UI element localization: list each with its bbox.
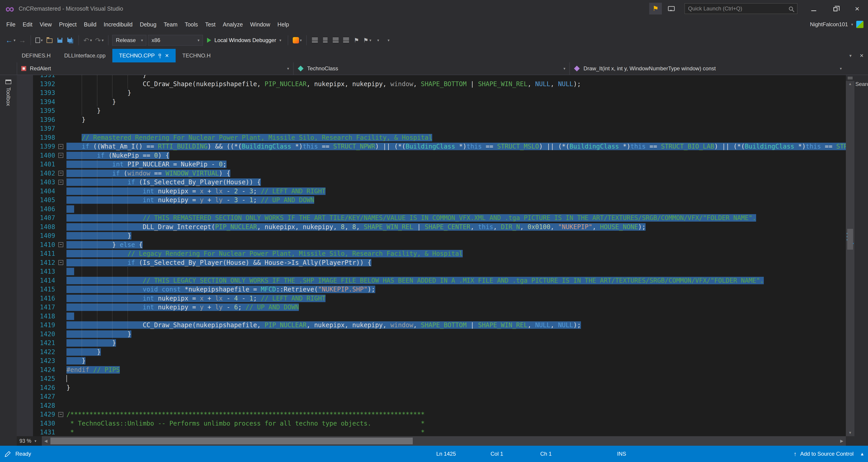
line-number[interactable]: 1419 [17,321,55,330]
line-number[interactable]: 1431 [17,428,55,436]
member-dropdown[interactable]: Draw_It(int x, int y, WindowNumberType w… [570,62,846,74]
line-number[interactable]: 1412 [17,258,55,267]
horizontal-scrollbar[interactable] [50,436,838,446]
decrease-indent-button[interactable] [331,34,340,46]
solution-platform-dropdown[interactable]: x86▾ [148,35,203,46]
line-number[interactable]: 1391 [17,75,55,80]
tab-list-dropdown[interactable]: ▾ [849,53,852,58]
code-line[interactable]: 1425 [17,374,846,383]
toggle-bookmark-button[interactable]: ⚑ [352,34,361,46]
minimize-button[interactable] [805,2,823,16]
line-number[interactable]: 1402 [17,169,55,178]
menu-project[interactable]: Project [55,21,80,28]
editor-split-grip[interactable] [846,75,855,81]
code-line[interactable]: 1393 } [17,88,846,97]
scroll-left-button[interactable]: ◀ [42,436,50,446]
code-line[interactable]: 1426} [17,383,846,392]
code-line[interactable]: 1420 } [17,330,846,339]
horizontal-scroll-thumb[interactable] [51,438,413,444]
line-number[interactable]: 1424 [17,365,55,374]
code-line[interactable]: 1424#endif // PIPS [17,365,846,374]
incredibuild-button[interactable]: ▾ [292,34,303,46]
line-number[interactable]: 1416 [17,294,55,303]
line-number[interactable]: 1399 [17,142,55,151]
code-line[interactable]: 1396 } [17,115,846,124]
add-to-source-control-button[interactable]: ↑ Add to Source Control ▲ [794,446,864,462]
menu-view[interactable]: View [36,21,55,28]
line-number[interactable]: 1400 [17,151,55,160]
line-number[interactable]: 1425 [17,374,55,383]
code-line[interactable]: 1407 // THIS REMASTERED SECTION ONLY WOR… [17,213,846,222]
bookmark-window-button[interactable]: ▾ [374,34,383,46]
feedback-button[interactable] [665,3,677,14]
line-number[interactable]: 1418 [17,312,55,321]
code-line[interactable]: 1421 } [17,339,846,347]
line-number[interactable]: 1414 [17,276,55,285]
close-tab-icon[interactable]: × [165,53,168,59]
fold-collapse-button[interactable]: − [58,412,63,417]
save-all-button[interactable] [66,34,75,46]
scroll-up-arrow-icon[interactable]: ▲ [846,82,855,86]
start-debugging-button[interactable]: Local Windows Debugger ▾ [204,37,284,43]
solution-configuration-dropdown[interactable]: Release▾ [112,35,147,46]
code-line[interactable]: 1427 [17,392,846,401]
code-line[interactable]: 1422 } [17,347,846,357]
menu-help[interactable]: Help [274,21,292,28]
code-line[interactable]: 1406 [17,205,846,214]
signed-in-user[interactable]: NightFalcon101 [810,21,848,28]
increase-indent-button[interactable] [342,34,350,46]
line-number[interactable]: 1407 [17,213,55,222]
line-number[interactable]: 1415 [17,285,55,294]
code-line[interactable]: 1401 int PIP_NUCLEAR = NukePip - 0; [17,160,846,169]
code-line[interactable]: 1397 [17,124,846,133]
fold-collapse-button[interactable]: − [58,260,63,265]
fold-collapse-button[interactable]: − [58,153,63,158]
account-badge-icon[interactable] [856,21,864,28]
code-line[interactable]: 1413 [17,267,846,276]
code-line[interactable]: 1394 } [17,97,846,106]
type-dropdown[interactable]: TechnoClass ▾ [293,62,570,74]
line-number[interactable]: 1421 [17,339,55,347]
bookmark-menu-button[interactable]: ⚑▾ [362,34,372,46]
code-line[interactable]: 1431 * * [17,428,846,436]
line-number[interactable]: 1408 [17,222,55,232]
menu-tools[interactable]: Tools [181,21,202,28]
undo-button[interactable]: ↶▾ [83,34,93,46]
code-line[interactable]: 1392 CC_Draw_Shape(nukepipshapefile, PIP… [17,80,846,89]
line-number[interactable]: 1404 [17,187,55,196]
code-line[interactable]: 1391 } [17,75,846,80]
line-number[interactable]: 1395 [17,106,55,115]
code-line[interactable]: 1428 [17,401,846,410]
code-line[interactable]: 1399− if ((What_Am_I() == RTTI_BUILDING)… [17,142,846,151]
code-line[interactable]: 1411 // Legacy Rendering For Nuclear Pow… [17,249,846,258]
menu-build[interactable]: Build [80,21,100,28]
close-document-button[interactable]: × [860,52,864,59]
line-number[interactable]: 1403 [17,178,55,187]
line-number[interactable]: 1411 [17,249,55,258]
line-number[interactable]: 1410 [17,240,55,249]
restore-button[interactable] [827,2,844,16]
line-number[interactable]: 1430 [17,419,55,428]
code-editor[interactable]: 1391 }1392 CC_Draw_Shape(nukepipshapefil… [17,75,846,436]
redo-button[interactable]: ↷▾ [94,34,105,46]
code-line[interactable]: 1414 // THIS LEGACY SECTION ONLY WORKS I… [17,276,846,285]
menu-test[interactable]: Test [202,21,219,28]
notifications-flag-button[interactable]: ⚑ [649,3,662,14]
pin-tab-icon[interactable] [159,54,161,56]
line-number[interactable]: 1394 [17,97,55,106]
line-number[interactable]: 1397 [17,124,55,133]
close-button[interactable]: × [848,2,866,16]
line-number[interactable]: 1422 [17,347,55,357]
new-item-button[interactable]: ▾ [35,34,44,46]
line-number[interactable]: 1423 [17,357,55,365]
line-number[interactable]: 1429 [17,410,55,419]
fold-collapse-button[interactable]: − [58,180,63,185]
line-number[interactable]: 1398 [17,133,55,142]
code-line[interactable]: 1429−/**********************************… [17,410,846,419]
line-number[interactable]: 1401 [17,160,55,169]
tab-dllinterface.cpp[interactable]: DLLInterface.cpp [57,49,112,62]
save-button[interactable] [55,34,64,46]
navigate-forward-button[interactable]: → [18,34,27,46]
user-menu-chevron-icon[interactable]: ▾ [851,22,853,27]
vertical-scrollbar[interactable]: ▲ ▼ [846,75,855,436]
